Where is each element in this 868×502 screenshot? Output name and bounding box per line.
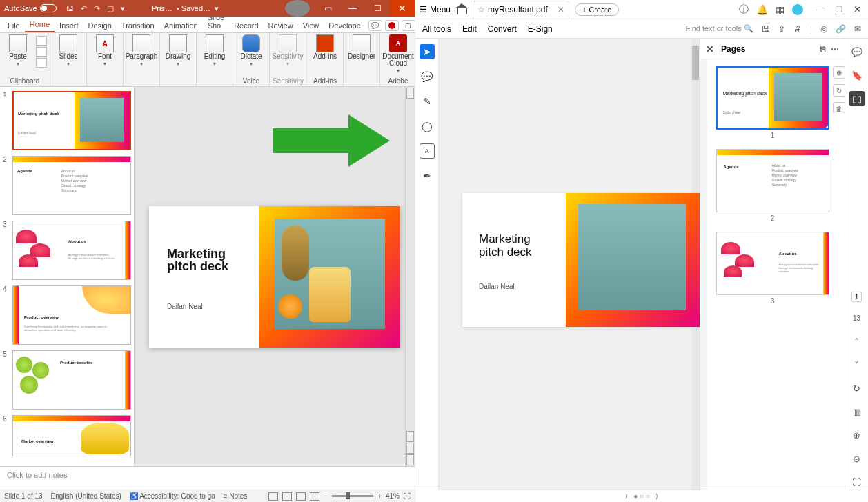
tab-design[interactable]: Design bbox=[83, 19, 117, 32]
font-button[interactable]: A Font ▾ bbox=[90, 34, 120, 67]
thumb-6[interactable]: Market overview bbox=[12, 415, 131, 456]
document-area[interactable]: Marketing pitch deck Dailan Neal bbox=[439, 39, 700, 490]
zoom-in-icon[interactable]: ⊕ bbox=[849, 428, 865, 443]
editing-button[interactable]: Editing ▾ bbox=[199, 34, 230, 67]
user-avatar-icon[interactable] bbox=[792, 4, 803, 15]
ribbon-options-icon[interactable]: ▭ bbox=[315, 0, 340, 17]
prev-doc-icon[interactable]: ⟨ bbox=[625, 492, 628, 500]
document-tab[interactable]: ☆ myResultant.pdf ✕ bbox=[473, 1, 569, 19]
rotate-rail-icon[interactable]: ↻ bbox=[849, 381, 865, 396]
accessibility-status[interactable]: ♿ Accessibility: Good to go bbox=[130, 492, 215, 500]
current-page[interactable]: 1 bbox=[851, 292, 862, 302]
maximize-button[interactable]: ☐ bbox=[365, 0, 390, 17]
convert-button[interactable]: Convert bbox=[488, 24, 517, 34]
save-icon[interactable]: 🖫 bbox=[66, 4, 74, 12]
comments-icon[interactable]: 💬 bbox=[368, 20, 382, 31]
language-status[interactable]: English (United States) bbox=[51, 492, 121, 500]
sorter-view-icon[interactable] bbox=[282, 492, 292, 501]
zoom-out-icon[interactable]: ⊖ bbox=[849, 451, 865, 466]
page-thumbnails[interactable]: ⊕ ↻ 🗑 Marketing pitch deck Dailan Neal 1 bbox=[700, 59, 845, 490]
autosave-toggle[interactable]: AutoSave bbox=[0, 4, 61, 12]
thumb-2[interactable]: Agenda About us Product overview Market … bbox=[12, 156, 131, 215]
present-icon[interactable]: ▢ bbox=[402, 20, 415, 31]
tab-transitions[interactable]: Transition bbox=[117, 19, 159, 32]
vertical-scrollbar[interactable] bbox=[405, 87, 415, 466]
fit-icon[interactable]: ⛶ bbox=[404, 492, 411, 500]
thumb-4[interactable]: Product overview Combining functionality… bbox=[12, 285, 131, 345]
paste-button[interactable]: Paste ▾ bbox=[3, 34, 33, 67]
close-button[interactable]: ✕ bbox=[390, 0, 415, 17]
redo-icon[interactable]: ↷ bbox=[94, 4, 100, 13]
notes-toggle[interactable]: ≡ Notes bbox=[224, 492, 248, 500]
tab-record[interactable]: Record bbox=[229, 19, 263, 32]
zoom-slider[interactable] bbox=[332, 495, 373, 497]
zoom-out-icon[interactable]: − bbox=[324, 492, 328, 500]
minimize-button[interactable]: — bbox=[814, 4, 828, 14]
apps-icon[interactable]: ▦ bbox=[774, 4, 785, 15]
page-thumb-2[interactable]: Agenda About us Product overview Market … bbox=[716, 149, 829, 212]
close-button[interactable]: ✕ bbox=[850, 4, 864, 14]
delete-icon[interactable]: 🗑 bbox=[833, 102, 845, 114]
clipboard-small-buttons[interactable] bbox=[36, 34, 47, 68]
notes-pane[interactable]: Click to add notes bbox=[0, 466, 415, 490]
scroll-up-icon[interactable]: ˄ bbox=[849, 334, 865, 349]
link-icon[interactable]: 🔗 bbox=[836, 24, 846, 34]
page-layout-icon[interactable]: ▥ bbox=[849, 404, 865, 419]
tab-view[interactable]: View bbox=[298, 19, 324, 32]
minimize-button[interactable]: — bbox=[340, 0, 365, 17]
slide-1[interactable]: Marketing pitch deck Dailan Neal bbox=[149, 206, 400, 348]
insert-above-icon[interactable]: ⊕ bbox=[833, 66, 845, 79]
designer-button[interactable]: Designer bbox=[346, 34, 377, 60]
document-cloud-button[interactable]: A Document Cloud ▾ bbox=[383, 34, 413, 74]
dictate-button[interactable]: Dictate ▾ bbox=[236, 34, 266, 67]
next-doc-icon[interactable]: ⟩ bbox=[655, 492, 658, 500]
bookmark-rail-icon[interactable]: 🔖 bbox=[849, 68, 865, 83]
home-icon[interactable] bbox=[456, 5, 467, 14]
add-page-icon[interactable]: ⎘ bbox=[820, 44, 825, 54]
comments-rail-icon[interactable]: 💬 bbox=[849, 44, 865, 59]
thumb-1[interactable]: Marketing pitch deck Dailan Neal bbox=[12, 91, 131, 150]
tab-review[interactable]: Review bbox=[264, 19, 298, 32]
user-avatar-icon[interactable] bbox=[285, 0, 310, 17]
slideshow-view-icon[interactable] bbox=[310, 492, 319, 501]
comment-tool-icon[interactable]: 💬 bbox=[420, 69, 435, 84]
tab-file[interactable]: File bbox=[3, 19, 25, 32]
print-icon[interactable]: 🖨 bbox=[793, 24, 802, 34]
textbox-tool-icon[interactable]: A bbox=[420, 143, 435, 159]
draw-tool-icon[interactable]: ✒ bbox=[420, 168, 435, 183]
close-tab-icon[interactable]: ✕ bbox=[558, 5, 564, 14]
thumb-5[interactable]: Product benefits bbox=[12, 350, 131, 410]
panel-scrollbar[interactable] bbox=[700, 59, 707, 490]
document-name[interactable]: Pris… • Saved… ▾ bbox=[152, 4, 219, 13]
slide-counter[interactable]: Slide 1 of 13 bbox=[4, 492, 43, 500]
slide-thumbnails[interactable]: 1 Marketing pitch deck Dailan Neal 2 Age… bbox=[0, 87, 135, 466]
create-button[interactable]: + Create bbox=[575, 3, 620, 16]
camera-icon[interactable] bbox=[385, 20, 399, 31]
page-thumb-1[interactable]: Marketing pitch deck Dailan Neal bbox=[716, 66, 829, 130]
more-icon[interactable]: ⋯ bbox=[831, 44, 839, 54]
paragraph-button[interactable]: Paragraph ▾ bbox=[126, 34, 157, 67]
help-icon[interactable]: ⓘ bbox=[738, 4, 749, 15]
save-icon[interactable]: 🖫 bbox=[762, 24, 770, 34]
zoom-level[interactable]: 41% bbox=[386, 492, 400, 500]
dropdown-icon[interactable]: ▾ bbox=[121, 4, 125, 13]
normal-view-icon[interactable] bbox=[268, 492, 278, 501]
select-tool-icon[interactable]: ➤ bbox=[420, 44, 435, 59]
lasso-tool-icon[interactable]: ◯ bbox=[420, 119, 435, 134]
pdf-page-1[interactable]: Marketing pitch deck Dailan Neal bbox=[462, 193, 700, 327]
all-tools-button[interactable]: All tools bbox=[422, 24, 451, 34]
scroll-down-icon[interactable]: ˅ bbox=[849, 357, 865, 372]
slideshow-icon[interactable]: ▢ bbox=[107, 4, 114, 13]
fullscreen-icon[interactable]: ⛶ bbox=[849, 474, 865, 490]
slide-canvas[interactable]: Marketing pitch deck Dailan Neal bbox=[135, 87, 415, 466]
reading-view-icon[interactable] bbox=[296, 492, 306, 501]
close-panel-icon[interactable]: ✕ bbox=[706, 43, 714, 54]
tab-home[interactable]: Home bbox=[25, 17, 55, 32]
upload-icon[interactable]: ⇪ bbox=[778, 24, 785, 34]
share-icon[interactable]: ◎ bbox=[820, 24, 827, 34]
undo-icon[interactable]: ↶ bbox=[81, 4, 87, 13]
zoom-in-icon[interactable]: + bbox=[377, 492, 382, 500]
highlight-tool-icon[interactable]: ✎ bbox=[420, 94, 435, 109]
rotate-icon[interactable]: ↻ bbox=[833, 84, 845, 97]
page-thumb-3[interactable]: About us Aiming to revolutionize industr… bbox=[716, 232, 829, 295]
